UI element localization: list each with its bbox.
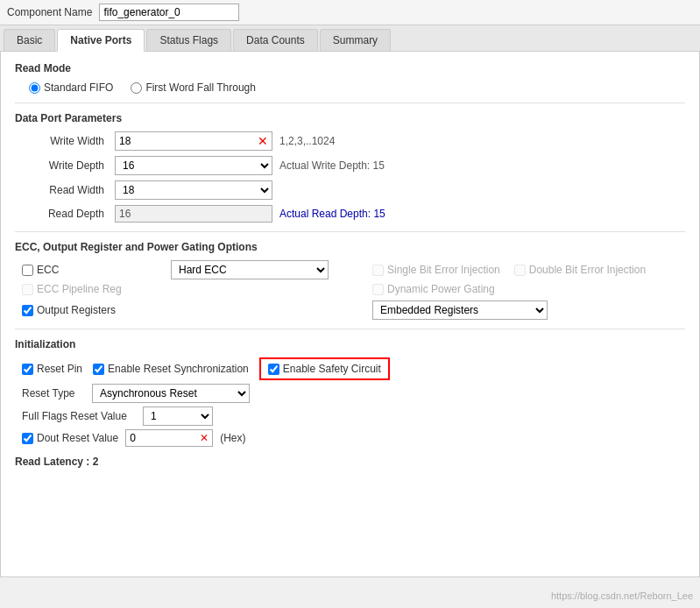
dout-reset-label[interactable]: Dout Reset Value [22,432,118,444]
write-width-input[interactable] [119,135,256,147]
full-flags-label: Full Flags Reset Value [22,410,136,422]
ecc-label-text: ECC [37,264,59,276]
enable-safety-checkbox[interactable] [268,364,279,375]
ecc-row-1: ECC Hard ECC Soft ECC Single Bit Error I… [22,260,685,279]
init-row-2: Reset Type Asynchronous Reset Synchronou… [22,384,685,403]
output-reg-check-col: Output Registers [22,304,171,316]
dynamic-power-text: Dynamic Power Gating [387,283,495,295]
read-depth-input-wrap: 16 [115,205,272,223]
single-bit-checkbox[interactable] [372,265,384,276]
enable-reset-sync-text: Enable Reset Synchronization [108,363,249,375]
write-width-clear-icon[interactable]: ✕ [258,134,268,148]
component-name-label: Component Name [7,6,92,18]
fwft-radio-label[interactable]: First Word Fall Through [131,81,256,94]
init-title: Initialization [15,338,685,350]
ecc-col2: Hard ECC Soft ECC [171,260,372,279]
top-bar: Component Name [0,0,700,25]
dout-reset-checkbox[interactable] [22,433,33,444]
write-depth-label: Write Depth [29,159,108,172]
output-reg-label[interactable]: Output Registers [22,304,171,316]
single-bit-label[interactable]: Single Bit Error Injection [372,264,500,276]
main-content: Read Mode Standard FIFO First Word Fall … [0,52,700,577]
ecc-section: ECC, Output Register and Power Gating Op… [15,241,685,320]
standard-fifo-radio-label[interactable]: Standard FIFO [29,81,113,94]
write-width-label: Write Width [29,135,108,147]
ecc-row-3: Output Registers Embedded Registers Fabr… [22,300,685,320]
dynamic-power-checkbox[interactable] [372,284,384,295]
ecc-checkbox-label[interactable]: ECC [22,264,171,276]
ecc-type-select[interactable]: Hard ECC Soft ECC [171,260,329,279]
reset-pin-checkbox[interactable] [22,364,33,375]
read-mode-radio-group: Standard FIFO First Word Fall Through [29,81,685,94]
enable-reset-sync-label[interactable]: Enable Reset Synchronization [93,363,249,375]
read-mode-title: Read Mode [15,62,685,74]
dynamic-power-label[interactable]: Dynamic Power Gating [372,283,495,295]
init-row-4: Dout Reset Value ✕ (Hex) [22,429,685,447]
dout-reset-input[interactable] [130,432,200,444]
ecc-checkbox[interactable] [22,265,33,276]
tabs-container: Basic Native Ports Status Flags Data Cou… [0,25,700,52]
fwft-label: First Word Fall Through [145,81,256,94]
ecc-col1: ECC [22,264,171,276]
write-depth-select[interactable]: 16 32 64 [115,156,272,175]
output-reg-text: Output Registers [37,304,116,316]
enable-reset-sync-checkbox[interactable] [93,364,104,375]
dout-reset-text: Dout Reset Value [37,432,118,444]
reset-pin-text: Reset Pin [37,363,82,375]
double-bit-label[interactable]: Double Bit Error Injection [514,264,646,276]
separator-2 [15,231,685,232]
read-depth-value: 16 [119,208,131,220]
standard-fifo-radio[interactable] [29,82,40,94]
standard-fifo-label: Standard FIFO [44,81,113,94]
read-latency: Read Latency : 2 [15,456,685,468]
tab-native-ports[interactable]: Native Ports [57,29,145,52]
tab-summary[interactable]: Summary [320,29,391,51]
separator-1 [15,103,685,103]
full-flags-select[interactable]: 1 0 [143,407,213,426]
double-bit-label-text: Double Bit Error Injection [529,264,646,276]
ecc-pipeline-checkbox[interactable] [22,284,33,295]
write-width-input-wrap: ✕ [115,131,272,151]
write-depth-actual: Actual Write Depth: 15 [279,159,685,172]
init-row-1: Reset Pin Enable Reset Synchronization E… [22,357,685,380]
ecc-pipeline-col: ECC Pipeline Reg [22,283,171,295]
ecc-pipeline-label[interactable]: ECC Pipeline Reg [22,283,171,295]
tab-data-counts[interactable]: Data Counts [233,29,318,51]
fwft-radio[interactable] [131,82,142,94]
separator-3 [15,329,685,329]
output-reg-checkbox[interactable] [22,305,33,316]
component-name-input[interactable] [99,4,239,21]
reset-type-label: Reset Type [22,387,85,399]
ecc-pipeline-text: ECC Pipeline Reg [37,283,122,295]
read-width-label: Read Width [29,184,108,196]
read-depth-label: Read Depth [29,208,108,220]
init-row-3: Full Flags Reset Value 1 0 [22,407,685,426]
double-bit-checkbox[interactable] [514,265,526,276]
ecc-col3: Single Bit Error Injection Double Bit Er… [372,264,685,276]
write-width-hint: 1,2,3,..1024 [279,135,685,147]
dout-reset-hint: (Hex) [220,432,245,444]
ecc-row-2: ECC Pipeline Reg Dynamic Power Gating [22,283,685,295]
data-port-title: Data Port Parameters [15,112,685,124]
params-grid: Write Width ✕ 1,2,3,..1024 Write Depth 1… [29,131,685,223]
enable-safety-highlight: Enable Safety Circuit [259,357,390,380]
read-width-select[interactable]: 18 36 [115,180,272,200]
reset-pin-label[interactable]: Reset Pin [22,363,82,375]
output-reg-select[interactable]: Embedded Registers Fabric Registers [372,300,548,320]
dout-reset-input-wrap: ✕ [125,429,213,447]
dynamic-power-col: Dynamic Power Gating [372,283,685,295]
read-mode-section: Read Mode Standard FIFO First Word Fall … [15,62,685,94]
read-depth-actual: Actual Read Depth: 15 [279,208,685,220]
data-port-section: Data Port Parameters Write Width ✕ 1,2,3… [15,112,685,223]
ecc-title: ECC, Output Register and Power Gating Op… [15,241,685,253]
tab-basic[interactable]: Basic [4,29,55,51]
single-bit-label-text: Single Bit Error Injection [387,264,500,276]
reset-type-select[interactable]: Asynchronous Reset Synchronous Reset [92,384,250,403]
dout-reset-clear-icon[interactable]: ✕ [200,432,209,444]
output-reg-select-col: Embedded Registers Fabric Registers [372,300,685,320]
tab-status-flags[interactable]: Status Flags [146,29,231,51]
initialization-section: Initialization Reset Pin Enable Reset Sy… [15,338,685,447]
enable-safety-text: Enable Safety Circuit [283,363,381,375]
enable-safety-label[interactable]: Enable Safety Circuit [268,363,381,375]
